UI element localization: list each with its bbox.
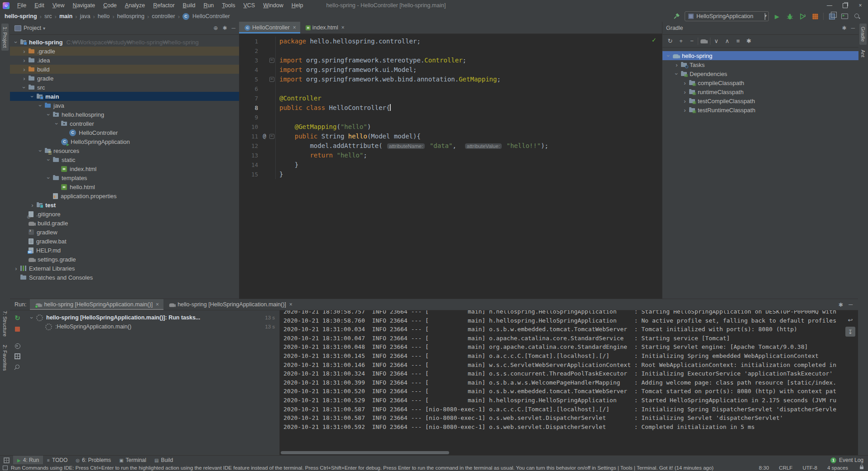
editor-tab-hellocontroller[interactable]: HelloController× bbox=[239, 22, 300, 33]
toolwindow-button-4-run[interactable]: ▶4: Run bbox=[13, 456, 43, 465]
tree-arrow-icon[interactable]: › bbox=[45, 111, 52, 118]
close-icon[interactable]: × bbox=[853, 0, 868, 11]
run-anything-icon[interactable] bbox=[840, 12, 849, 21]
stripe-structure[interactable]: 7: Structure bbox=[1, 308, 9, 340]
toolwindow-switcher-icon[interactable] bbox=[4, 457, 10, 463]
tree-arrow-icon[interactable]: › bbox=[665, 52, 672, 59]
close-icon[interactable]: × bbox=[156, 301, 159, 308]
tree-item-hellocontroller[interactable]: HelloController bbox=[10, 128, 239, 137]
breadcrumb-java[interactable]: java bbox=[79, 13, 91, 19]
tree-item-compileclasspath[interactable]: ›compileClasspath bbox=[662, 78, 858, 87]
chevron-down-icon[interactable]: ▾ bbox=[43, 26, 45, 31]
project-panel-title[interactable]: Project bbox=[24, 25, 41, 31]
tree-arrow-icon[interactable]: › bbox=[37, 102, 44, 109]
stripe-project[interactable]: 1: Project bbox=[1, 24, 9, 51]
menu-edit[interactable]: Edit bbox=[30, 0, 48, 11]
add-gradle-project-icon[interactable]: + bbox=[676, 36, 686, 46]
stripe-gradle[interactable]: Gradle bbox=[859, 24, 867, 45]
breadcrumb-hellospring[interactable]: hellospring bbox=[116, 13, 145, 19]
tree-arrow-icon[interactable]: › bbox=[13, 265, 19, 272]
tree-item-gradlew[interactable]: gradlew bbox=[10, 228, 239, 237]
tree-item-external-libraries[interactable]: ›External Libraries bbox=[10, 264, 239, 273]
tree-arrow-icon[interactable]: › bbox=[37, 147, 44, 154]
run-button[interactable]: ▶ bbox=[772, 12, 782, 21]
debug-button[interactable] bbox=[785, 12, 794, 21]
tree-item-hello-html[interactable]: hello.html bbox=[10, 182, 239, 191]
profiler-button[interactable] bbox=[810, 12, 820, 21]
tool-windows-icon[interactable] bbox=[827, 12, 836, 21]
menu-view[interactable]: View bbox=[48, 0, 69, 11]
rerun-icon[interactable]: ↻ bbox=[14, 314, 20, 322]
run-tab-1[interactable]: hello-spring [HelloSpringApplication.mai… bbox=[30, 299, 163, 310]
breadcrumb-hello-spring[interactable]: hello-spring bbox=[4, 13, 38, 19]
tree-arrow-icon[interactable]: › bbox=[21, 66, 28, 73]
indent-style[interactable]: 4 spaces bbox=[827, 465, 848, 471]
run-tree-item[interactable]: :HelloSpringApplication.main()13 s bbox=[25, 322, 279, 331]
hide-panel-icon[interactable]: ─ bbox=[231, 25, 235, 31]
toolwindow-button-build[interactable]: ▤Build bbox=[150, 456, 177, 465]
tree-item-help-md[interactable]: HELP.md bbox=[10, 246, 239, 255]
restore-icon[interactable] bbox=[837, 0, 853, 11]
tree-item-gradlew-bat[interactable]: gradlew.bat bbox=[10, 237, 239, 246]
run-tab-2[interactable]: hello-spring [HelloSpringApplication.mai… bbox=[163, 299, 297, 310]
horizontal-scrollbar[interactable] bbox=[281, 451, 449, 454]
build-hammer-icon[interactable] bbox=[672, 12, 681, 21]
tree-arrow-icon[interactable]: › bbox=[21, 48, 28, 55]
pin-tab-icon[interactable] bbox=[14, 364, 20, 370]
breadcrumb-main[interactable]: main bbox=[58, 13, 73, 19]
fold-region-icon[interactable]: − bbox=[268, 132, 276, 141]
toolwindow-button-todo[interactable]: ≡TODO bbox=[43, 456, 72, 465]
tree-item-gradle[interactable]: ›.gradle bbox=[10, 47, 239, 56]
run-console[interactable]: 2020-10-21 18:30:58.757 INFO 23664 --- [… bbox=[279, 310, 858, 456]
fold-region-icon[interactable]: − bbox=[268, 75, 276, 84]
tree-item-hello-hellospring[interactable]: ›hello.hellospring bbox=[10, 110, 239, 119]
gradle-settings-icon[interactable]: ✱ bbox=[744, 36, 754, 46]
tree-item-src[interactable]: ›src bbox=[10, 83, 239, 92]
tree-arrow-icon[interactable]: › bbox=[673, 62, 680, 68]
tree-item-scratches-and-consoles[interactable]: Scratches and Consoles bbox=[10, 273, 239, 282]
fold-region-icon[interactable]: − bbox=[268, 56, 276, 65]
expand-all-icon[interactable]: ∨ bbox=[711, 36, 721, 46]
caret-position[interactable]: 8:30 bbox=[759, 465, 769, 471]
tree-arrow-icon[interactable]: › bbox=[45, 157, 52, 163]
tree-item-testruntimeclasspath[interactable]: ›testRuntimeClasspath bbox=[662, 105, 858, 114]
menu-navigate[interactable]: Navigate bbox=[69, 0, 99, 11]
readonly-lock-icon[interactable] bbox=[860, 466, 863, 469]
tree-item-application-properties[interactable]: application.properties bbox=[10, 191, 239, 200]
tree-arrow-icon[interactable]: › bbox=[681, 80, 688, 86]
minimize-icon[interactable]: — bbox=[822, 0, 837, 11]
tree-item-main[interactable]: ›main bbox=[10, 92, 239, 101]
menu-help[interactable]: Help bbox=[288, 0, 307, 11]
tree-item-test[interactable]: ›test bbox=[10, 200, 239, 209]
tree-arrow-icon[interactable]: › bbox=[13, 39, 19, 46]
restore-layout-icon[interactable] bbox=[14, 353, 20, 359]
tree-arrow-icon[interactable]: › bbox=[53, 120, 60, 127]
refresh-gradle-icon[interactable]: ↻ bbox=[665, 36, 675, 46]
gradle-panel-settings-icon[interactable]: ✱ bbox=[842, 25, 846, 31]
run-panel-settings-icon[interactable]: ✱ bbox=[839, 301, 843, 308]
event-log-button[interactable]: 1 Event Log bbox=[830, 457, 868, 463]
tree-item-settings-gradle[interactable]: settings.gradle bbox=[10, 255, 239, 264]
tree-arrow-icon[interactable]: › bbox=[29, 202, 36, 209]
search-everywhere-icon[interactable] bbox=[853, 12, 862, 21]
close-icon[interactable]: × bbox=[289, 301, 293, 308]
coverage-button[interactable] bbox=[798, 12, 807, 21]
tree-arrow-icon[interactable]: › bbox=[21, 75, 28, 82]
close-icon[interactable]: × bbox=[293, 24, 296, 31]
tree-arrow-icon[interactable]: › bbox=[29, 314, 35, 321]
editor-tab-index-html[interactable]: index.html× bbox=[300, 22, 349, 33]
tree-item-hello-spring[interactable]: ›hello-spring bbox=[662, 51, 858, 60]
project-settings-icon[interactable]: ✱ bbox=[222, 25, 227, 31]
tree-item-testcompileclasspath[interactable]: ›testCompileClasspath bbox=[662, 96, 858, 105]
line-separator[interactable]: CRLF bbox=[779, 465, 792, 471]
tree-item-static[interactable]: ›static bbox=[10, 155, 239, 164]
stripe-ant[interactable]: Ant bbox=[859, 47, 867, 61]
remove-gradle-project-icon[interactable]: − bbox=[687, 36, 697, 46]
scroll-to-end-icon[interactable]: ↧ bbox=[845, 327, 855, 337]
execute-gradle-task-icon[interactable] bbox=[699, 36, 709, 46]
run-configuration-select[interactable]: HelloSpringApplication ▾ bbox=[685, 11, 769, 21]
tree-item-build-gradle[interactable]: build.gradle bbox=[10, 219, 239, 228]
tree-item-tasks[interactable]: ›Tasks bbox=[662, 60, 858, 69]
tree-arrow-icon[interactable]: › bbox=[681, 107, 688, 114]
hide-panel-icon[interactable]: ─ bbox=[849, 301, 853, 308]
